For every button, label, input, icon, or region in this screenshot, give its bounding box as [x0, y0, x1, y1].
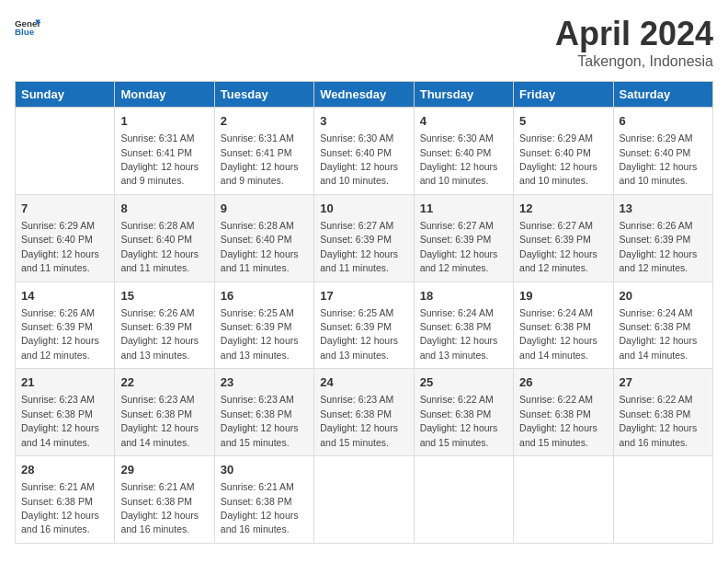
logo-icon: General Blue: [15, 15, 40, 40]
day-number: 29: [120, 462, 208, 478]
day-number: 8: [120, 201, 208, 217]
calendar-cell: 6Sunrise: 6:29 AMSunset: 6:40 PMDaylight…: [613, 108, 712, 195]
column-header-sunday: Sunday: [16, 82, 115, 108]
sunrise-info: Sunrise: 6:23 AMSunset: 6:38 PMDaylight:…: [320, 394, 398, 447]
column-header-friday: Friday: [514, 82, 613, 108]
sunrise-info: Sunrise: 6:31 AMSunset: 6:41 PMDaylight:…: [120, 132, 199, 186]
day-number: 27: [620, 374, 707, 391]
day-number: 3: [320, 113, 407, 130]
calendar-week-row: 1Sunrise: 6:31 AMSunset: 6:41 PMDaylight…: [16, 108, 713, 195]
calendar-cell: 14Sunrise: 6:26 AMSunset: 6:39 PMDayligh…: [16, 282, 115, 369]
calendar-cell: 15Sunrise: 6:26 AMSunset: 6:39 PMDayligh…: [115, 282, 214, 369]
header: General Blue April 2024 Takengon, Indone…: [15, 15, 713, 70]
day-number: 5: [519, 113, 607, 130]
calendar-cell: 27Sunrise: 6:22 AMSunset: 6:38 PMDayligh…: [613, 369, 712, 456]
day-number: 11: [420, 201, 507, 217]
day-number: 28: [21, 462, 108, 478]
sunrise-info: Sunrise: 6:24 AMSunset: 6:38 PMDaylight:…: [420, 307, 498, 361]
calendar-cell: 29Sunrise: 6:21 AMSunset: 6:38 PMDayligh…: [115, 456, 214, 544]
svg-text:Blue: Blue: [15, 27, 35, 37]
calendar-cell: 30Sunrise: 6:21 AMSunset: 6:38 PMDayligh…: [214, 456, 313, 544]
sunrise-info: Sunrise: 6:21 AMSunset: 6:38 PMDaylight:…: [21, 481, 99, 534]
sunrise-info: Sunrise: 6:27 AMSunset: 6:39 PMDaylight:…: [420, 220, 498, 273]
page-title: April 2024: [555, 15, 713, 53]
page-subtitle: Takengon, Indonesia: [555, 53, 713, 70]
calendar-cell: 7Sunrise: 6:29 AMSunset: 6:40 PMDaylight…: [16, 194, 115, 282]
calendar-cell: [314, 456, 414, 544]
calendar-cell: 22Sunrise: 6:23 AMSunset: 6:38 PMDayligh…: [115, 369, 214, 456]
day-number: 17: [320, 288, 407, 304]
day-number: 22: [120, 374, 208, 391]
calendar-header-row: SundayMondayTuesdayWednesdayThursdayFrid…: [16, 82, 713, 108]
day-number: 12: [519, 201, 607, 217]
day-number: 26: [519, 374, 607, 391]
sunrise-info: Sunrise: 6:21 AMSunset: 6:38 PMDaylight:…: [120, 481, 199, 534]
sunrise-info: Sunrise: 6:29 AMSunset: 6:40 PMDaylight:…: [21, 220, 99, 273]
calendar-cell: 9Sunrise: 6:28 AMSunset: 6:40 PMDaylight…: [214, 194, 313, 282]
sunrise-info: Sunrise: 6:24 AMSunset: 6:38 PMDaylight:…: [620, 307, 698, 361]
calendar-cell: 21Sunrise: 6:23 AMSunset: 6:38 PMDayligh…: [16, 369, 115, 456]
calendar-cell: 8Sunrise: 6:28 AMSunset: 6:40 PMDaylight…: [115, 194, 214, 282]
sunrise-info: Sunrise: 6:30 AMSunset: 6:40 PMDaylight:…: [320, 132, 398, 186]
sunrise-info: Sunrise: 6:23 AMSunset: 6:38 PMDaylight:…: [221, 394, 299, 447]
calendar-cell: 19Sunrise: 6:24 AMSunset: 6:38 PMDayligh…: [514, 282, 613, 369]
sunrise-info: Sunrise: 6:31 AMSunset: 6:41 PMDaylight:…: [221, 132, 299, 186]
column-header-tuesday: Tuesday: [214, 82, 313, 108]
day-number: 21: [21, 374, 108, 391]
calendar-cell: 10Sunrise: 6:27 AMSunset: 6:39 PMDayligh…: [314, 194, 414, 282]
calendar-cell: 17Sunrise: 6:25 AMSunset: 6:39 PMDayligh…: [314, 282, 414, 369]
calendar-cell: 13Sunrise: 6:26 AMSunset: 6:39 PMDayligh…: [613, 194, 712, 282]
calendar-week-row: 14Sunrise: 6:26 AMSunset: 6:39 PMDayligh…: [16, 282, 713, 369]
sunrise-info: Sunrise: 6:30 AMSunset: 6:40 PMDaylight:…: [420, 132, 498, 186]
calendar-cell: 16Sunrise: 6:25 AMSunset: 6:39 PMDayligh…: [214, 282, 313, 369]
day-number: 18: [420, 288, 507, 304]
sunrise-info: Sunrise: 6:23 AMSunset: 6:38 PMDaylight:…: [21, 394, 99, 447]
day-number: 13: [620, 201, 707, 217]
day-number: 20: [620, 288, 707, 304]
calendar-cell: 3Sunrise: 6:30 AMSunset: 6:40 PMDaylight…: [314, 108, 414, 195]
calendar-cell: 26Sunrise: 6:22 AMSunset: 6:38 PMDayligh…: [514, 369, 613, 456]
day-number: 30: [221, 462, 308, 478]
sunrise-info: Sunrise: 6:27 AMSunset: 6:39 PMDaylight:…: [519, 220, 597, 273]
calendar-cell: 28Sunrise: 6:21 AMSunset: 6:38 PMDayligh…: [16, 456, 115, 544]
calendar-week-row: 7Sunrise: 6:29 AMSunset: 6:40 PMDaylight…: [16, 194, 713, 282]
sunrise-info: Sunrise: 6:28 AMSunset: 6:40 PMDaylight:…: [120, 220, 199, 273]
column-header-saturday: Saturday: [613, 82, 712, 108]
day-number: 1: [120, 113, 208, 130]
sunrise-info: Sunrise: 6:29 AMSunset: 6:40 PMDaylight:…: [519, 132, 597, 186]
day-number: 9: [221, 201, 308, 217]
sunrise-info: Sunrise: 6:29 AMSunset: 6:40 PMDaylight:…: [620, 132, 698, 186]
sunrise-info: Sunrise: 6:22 AMSunset: 6:38 PMDaylight:…: [420, 394, 498, 447]
sunrise-info: Sunrise: 6:26 AMSunset: 6:39 PMDaylight:…: [620, 220, 698, 273]
day-number: 2: [221, 113, 308, 130]
calendar-table: SundayMondayTuesdayWednesdayThursdayFrid…: [15, 81, 713, 544]
day-number: 25: [420, 374, 507, 391]
calendar-week-row: 28Sunrise: 6:21 AMSunset: 6:38 PMDayligh…: [16, 456, 713, 544]
column-header-wednesday: Wednesday: [314, 82, 414, 108]
sunrise-info: Sunrise: 6:28 AMSunset: 6:40 PMDaylight:…: [221, 220, 299, 273]
sunrise-info: Sunrise: 6:21 AMSunset: 6:38 PMDaylight:…: [221, 481, 299, 534]
day-number: 19: [519, 288, 607, 304]
day-number: 16: [221, 288, 308, 304]
calendar-cell: 1Sunrise: 6:31 AMSunset: 6:41 PMDaylight…: [115, 108, 214, 195]
calendar-cell: [514, 456, 613, 544]
column-header-monday: Monday: [115, 82, 214, 108]
sunrise-info: Sunrise: 6:22 AMSunset: 6:38 PMDaylight:…: [519, 394, 597, 447]
calendar-cell: 5Sunrise: 6:29 AMSunset: 6:40 PMDaylight…: [514, 108, 613, 195]
sunrise-info: Sunrise: 6:22 AMSunset: 6:38 PMDaylight:…: [620, 394, 698, 447]
title-area: April 2024 Takengon, Indonesia: [555, 15, 713, 70]
calendar-cell: 2Sunrise: 6:31 AMSunset: 6:41 PMDaylight…: [214, 108, 313, 195]
calendar-cell: 23Sunrise: 6:23 AMSunset: 6:38 PMDayligh…: [214, 369, 313, 456]
sunrise-info: Sunrise: 6:26 AMSunset: 6:39 PMDaylight:…: [120, 307, 199, 361]
calendar-cell: [16, 108, 115, 195]
sunrise-info: Sunrise: 6:24 AMSunset: 6:38 PMDaylight:…: [519, 307, 597, 361]
sunrise-info: Sunrise: 6:25 AMSunset: 6:39 PMDaylight:…: [320, 307, 398, 361]
day-number: 15: [120, 288, 208, 304]
day-number: 14: [21, 288, 108, 304]
calendar-cell: 25Sunrise: 6:22 AMSunset: 6:38 PMDayligh…: [414, 369, 513, 456]
day-number: 6: [620, 113, 707, 130]
calendar-cell: 20Sunrise: 6:24 AMSunset: 6:38 PMDayligh…: [613, 282, 712, 369]
calendar-week-row: 21Sunrise: 6:23 AMSunset: 6:38 PMDayligh…: [16, 369, 713, 456]
column-header-thursday: Thursday: [414, 82, 513, 108]
sunrise-info: Sunrise: 6:23 AMSunset: 6:38 PMDaylight:…: [120, 394, 199, 447]
